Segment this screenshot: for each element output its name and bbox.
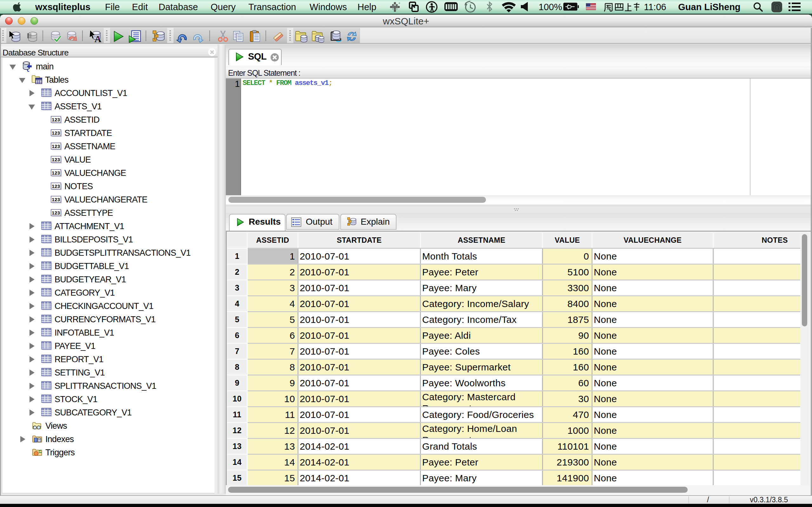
svg-text:123: 123 <box>52 157 60 162</box>
svg-text:123: 123 <box>52 130 60 135</box>
svg-text:A: A <box>95 34 101 43</box>
svg-text:123: 123 <box>52 183 60 189</box>
svg-text:123: 123 <box>52 197 60 202</box>
svg-text:123: 123 <box>52 144 60 149</box>
svg-text:123: 123 <box>52 170 60 176</box>
svg-text:123: 123 <box>52 117 60 122</box>
svg-text:123: 123 <box>52 210 60 216</box>
